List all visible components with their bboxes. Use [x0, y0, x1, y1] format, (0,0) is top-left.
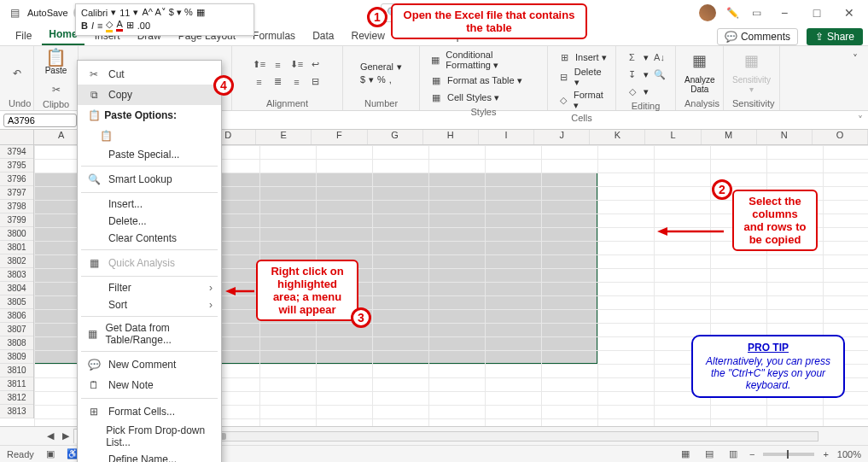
- ctx-clear[interactable]: Clear Contents: [78, 230, 221, 247]
- row-3811[interactable]: 3811: [0, 377, 33, 391]
- comma-btn[interactable]: ,: [389, 74, 392, 85]
- mini-extra[interactable]: A^ A˅ $ ▾ %: [142, 7, 192, 18]
- format-cells-btn[interactable]: ◇Format ▾: [556, 90, 607, 111]
- row-3795[interactable]: 3795: [0, 159, 33, 173]
- undo-icon[interactable]: ↶: [9, 66, 25, 81]
- ctx-new-comment[interactable]: 💬New Comment: [78, 354, 221, 375]
- sensitivity-icon[interactable]: ▦: [744, 53, 760, 68]
- expand-formula-icon[interactable]: ˅: [853, 114, 868, 126]
- cond-formatting-btn[interactable]: ▦Conditional Formatting ▾: [428, 50, 539, 71]
- wrap-icon[interactable]: ↩: [308, 57, 323, 73]
- fill-color-icon[interactable]: ◇: [106, 19, 113, 32]
- col-L[interactable]: L: [645, 130, 701, 144]
- select-all-corner[interactable]: [0, 130, 34, 144]
- merge-icon[interactable]: ▦: [196, 7, 205, 18]
- ctx-smart-lookup[interactable]: 🔍Smart Lookup: [78, 169, 221, 190]
- row-3796[interactable]: 3796: [0, 173, 33, 186]
- col-F[interactable]: F: [312, 130, 367, 144]
- row-3798[interactable]: 3798: [0, 200, 33, 213]
- col-H[interactable]: H: [423, 130, 479, 144]
- align-icon[interactable]: ≡: [97, 20, 102, 31]
- row-3804[interactable]: 3804: [0, 282, 33, 295]
- tab-file[interactable]: File: [9, 26, 38, 45]
- view-layout-icon[interactable]: ▤: [702, 447, 717, 462]
- ctx-new-note[interactable]: 🗒New Note: [78, 375, 221, 395]
- window-maximize[interactable]: □: [805, 6, 829, 20]
- sensitivity-label[interactable]: Sensitivity ▾: [732, 75, 771, 94]
- analyze-icon[interactable]: ▦: [692, 53, 708, 68]
- col-N[interactable]: N: [757, 130, 813, 144]
- row-3806[interactable]: 3806: [0, 309, 33, 323]
- row-headers[interactable]: 3794379537963797379837993800380138023803…: [0, 145, 34, 418]
- name-box[interactable]: [3, 114, 77, 127]
- number-format[interactable]: General: [360, 61, 393, 72]
- col-J[interactable]: J: [534, 130, 590, 144]
- ctx-paste-option-1[interactable]: 📋: [78, 126, 221, 146]
- eyedropper-icon[interactable]: ✏️: [725, 5, 740, 20]
- row-3802[interactable]: 3802: [0, 254, 33, 268]
- ctx-insert[interactable]: Insert...: [78, 196, 221, 213]
- align-mid-icon[interactable]: ≡: [271, 57, 286, 73]
- comments-button[interactable]: 💬 Comments: [717, 28, 798, 45]
- col-O[interactable]: O: [813, 130, 868, 144]
- row-3807[interactable]: 3807: [0, 323, 33, 336]
- view-break-icon[interactable]: ▥: [725, 447, 741, 462]
- row-3794[interactable]: 3794: [0, 145, 33, 159]
- mini-bold[interactable]: B: [81, 20, 88, 31]
- paste-icon[interactable]: 📋: [48, 50, 63, 65]
- autosum-icon[interactable]: Σ: [625, 50, 640, 65]
- insert-cells-btn[interactable]: ⊞Insert ▾: [556, 50, 607, 65]
- decimals-icon[interactable]: .00: [137, 20, 150, 31]
- col-M[interactable]: M: [702, 130, 757, 144]
- row-3813[interactable]: 3813: [0, 405, 33, 418]
- ribbon-display-icon[interactable]: ▭: [749, 5, 764, 20]
- format-table-btn[interactable]: ▦Format as Table ▾: [428, 73, 539, 88]
- avatar[interactable]: [699, 4, 716, 21]
- align-left-icon[interactable]: ≡: [252, 74, 267, 90]
- ctx-paste-special[interactable]: Paste Special...: [78, 146, 221, 163]
- align-right-icon[interactable]: ≡: [289, 74, 305, 90]
- ctx-sort[interactable]: Sort›: [78, 296, 221, 313]
- col-I[interactable]: I: [479, 130, 534, 144]
- zoom-out-btn[interactable]: −: [749, 449, 754, 459]
- mini-size[interactable]: 11: [119, 8, 130, 18]
- fill-icon[interactable]: ↧: [625, 67, 640, 82]
- align-top-icon[interactable]: ⬆≡: [252, 57, 267, 73]
- merge-btn[interactable]: ⊟: [308, 74, 323, 90]
- cell-styles-btn[interactable]: ▦Cell Styles ▾: [428, 90, 539, 105]
- window-minimize[interactable]: −: [772, 6, 796, 20]
- window-close[interactable]: ✕: [837, 6, 861, 20]
- col-G[interactable]: G: [368, 130, 423, 144]
- zoom-level[interactable]: 100%: [837, 449, 861, 459]
- ctx-filter[interactable]: Filter›: [78, 279, 221, 296]
- mini-toolbar[interactable]: Calibri ▾ 11 ▾ A^ A˅ $ ▾ % ▦ B I ≡ ◇ A ⊞…: [75, 3, 254, 36]
- share-button[interactable]: ⇪ Share: [807, 28, 863, 45]
- row-3800[interactable]: 3800: [0, 227, 33, 241]
- paste-label[interactable]: Paste: [45, 66, 67, 75]
- ctx-pick-dropdown[interactable]: Pick From Drop-down List...: [78, 422, 221, 451]
- row-3808[interactable]: 3808: [0, 336, 33, 350]
- ctx-copy[interactable]: ⧉Copy: [78, 85, 221, 105]
- zoom-in-btn[interactable]: +: [823, 449, 828, 459]
- view-normal-icon[interactable]: ▦: [678, 447, 693, 462]
- sheet-nav-next-icon[interactable]: ▶: [58, 429, 73, 444]
- mini-font[interactable]: Calibri: [81, 8, 108, 18]
- row-3809[interactable]: 3809: [0, 350, 33, 364]
- row-3797[interactable]: 3797: [0, 186, 33, 200]
- row-3810[interactable]: 3810: [0, 364, 33, 377]
- percent-btn[interactable]: %: [377, 74, 386, 85]
- row-3812[interactable]: 3812: [0, 391, 33, 405]
- ctx-delete[interactable]: Delete...: [78, 213, 221, 230]
- col-K[interactable]: K: [590, 130, 645, 144]
- ctx-get-data[interactable]: ▦Get Data from Table/Range...: [78, 319, 221, 348]
- tab-formulas[interactable]: Formulas: [246, 26, 302, 45]
- cut-icon[interactable]: ✂: [49, 82, 64, 97]
- align-bot-icon[interactable]: ⬇≡: [289, 57, 305, 73]
- macro-rec-icon[interactable]: ▣: [43, 447, 58, 462]
- tab-data[interactable]: Data: [306, 26, 341, 45]
- mini-italic[interactable]: I: [91, 20, 94, 31]
- font-color-icon[interactable]: A: [116, 19, 122, 32]
- delete-cells-btn[interactable]: ⊟Delete ▾: [556, 67, 607, 88]
- row-3805[interactable]: 3805: [0, 295, 33, 309]
- col-E[interactable]: E: [256, 130, 312, 144]
